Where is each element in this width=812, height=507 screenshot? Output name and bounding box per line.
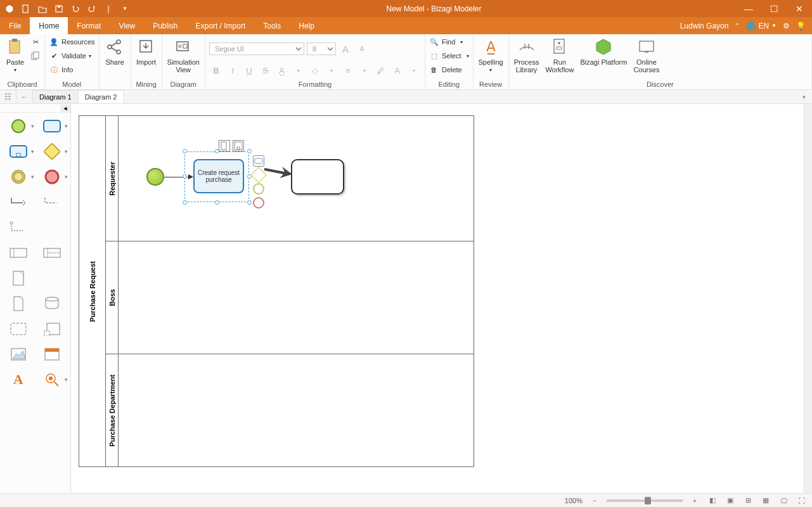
back-icon[interactable]: ← bbox=[16, 90, 33, 103]
palette-start-event[interactable]: ▾ bbox=[4, 117, 33, 136]
format-dropdown-icon[interactable]: ▾ bbox=[407, 63, 421, 77]
copy-button[interactable] bbox=[30, 49, 41, 62]
zoom-percent[interactable]: 100% bbox=[565, 497, 583, 504]
paste-button[interactable]: Paste ▾ bbox=[4, 35, 27, 74]
view-mode-2-icon[interactable]: ▣ bbox=[725, 495, 736, 506]
palette-text[interactable]: A bbox=[4, 370, 33, 389]
palette-data-store[interactable] bbox=[38, 294, 67, 313]
language-label[interactable]: EN bbox=[758, 22, 769, 30]
tab-tools[interactable]: Tools bbox=[254, 17, 290, 34]
palette-header[interactable] bbox=[38, 345, 67, 364]
highlight-button[interactable]: 🖉 bbox=[374, 63, 388, 77]
tabs-dropdown-icon[interactable]: ▾ bbox=[796, 90, 812, 103]
user-dropdown-icon[interactable]: ⌃ bbox=[735, 22, 740, 29]
palette-pool[interactable] bbox=[4, 243, 33, 262]
view-mode-4-icon[interactable]: ▦ bbox=[760, 495, 771, 506]
online-courses-button[interactable]: Online Courses bbox=[632, 35, 661, 75]
palette-subprocess[interactable]: ▾ bbox=[4, 142, 33, 161]
align-button[interactable]: ≡ bbox=[341, 63, 355, 77]
find-button[interactable]: 🔍Find▾ bbox=[429, 35, 469, 48]
tab-diagram-2[interactable]: Diagram 2 bbox=[79, 90, 124, 103]
find-dropdown-icon[interactable]: ▾ bbox=[460, 39, 463, 45]
tab-home[interactable]: Home bbox=[30, 17, 68, 34]
start-event[interactable] bbox=[146, 168, 164, 186]
lane-requester[interactable]: Requester Create request purchase bbox=[106, 116, 474, 241]
align-dropdown-icon[interactable]: ▾ bbox=[358, 63, 371, 77]
tab-diagram-1[interactable]: Diagram 1 bbox=[33, 90, 79, 103]
fullscreen-icon[interactable]: ⛶ bbox=[796, 495, 807, 506]
process-library-button[interactable]: Process Library bbox=[513, 35, 541, 75]
italic-button[interactable]: I bbox=[226, 63, 240, 77]
settings-icon[interactable]: ⚙ bbox=[783, 22, 790, 30]
palette-image[interactable] bbox=[4, 345, 33, 364]
open-icon[interactable] bbox=[35, 2, 49, 16]
palette-group[interactable] bbox=[4, 319, 33, 338]
decrease-font-button[interactable]: A bbox=[355, 42, 369, 56]
strike-button[interactable]: S bbox=[259, 63, 273, 77]
pie-subprocess-icon[interactable] bbox=[233, 140, 244, 151]
close-button[interactable]: ✕ bbox=[787, 0, 812, 17]
pool[interactable]: Purchase Request Requester Create reques… bbox=[79, 115, 474, 467]
view-mode-1-icon[interactable]: ◧ bbox=[707, 495, 718, 506]
pie-intermediate-icon[interactable] bbox=[253, 183, 264, 195]
spelling-button[interactable]: A̲ Spelling ▾ bbox=[477, 35, 505, 74]
pie-doc-icon[interactable] bbox=[219, 140, 230, 151]
underline-button[interactable]: U bbox=[242, 63, 256, 77]
palette-message-flow[interactable] bbox=[4, 218, 33, 237]
canvas[interactable]: Purchase Request Requester Create reques… bbox=[71, 104, 812, 493]
info-button[interactable]: ⓘInfo bbox=[49, 63, 95, 76]
user-name[interactable]: Ludwin Gayon bbox=[680, 22, 729, 30]
palette-association[interactable] bbox=[38, 193, 67, 212]
vertical-scrollbar[interactable] bbox=[803, 104, 812, 493]
diagram-tree-icon[interactable]: ☷ bbox=[0, 90, 16, 103]
fill-color-dropdown-icon[interactable]: ▾ bbox=[325, 63, 338, 77]
zoom-out-button[interactable]: − bbox=[589, 495, 600, 506]
tab-publish[interactable]: Publish bbox=[144, 17, 186, 34]
font-size-select[interactable]: 8 bbox=[307, 42, 336, 55]
maximize-button[interactable]: ☐ bbox=[761, 0, 787, 17]
tab-view[interactable]: View bbox=[110, 17, 144, 34]
palette-intermediate-event[interactable]: ▾ bbox=[4, 167, 33, 186]
share-button[interactable]: Share bbox=[103, 35, 126, 67]
palette-collapse-icon[interactable]: ◄ bbox=[60, 105, 70, 112]
font-select[interactable]: Segoe UI bbox=[209, 42, 304, 55]
fill-color-button[interactable]: ◇ bbox=[308, 63, 322, 77]
zoom-slider[interactable] bbox=[607, 499, 683, 502]
lang-dropdown-icon[interactable]: ▼ bbox=[771, 23, 777, 29]
app-icon[interactable] bbox=[3, 2, 16, 16]
font-color-button[interactable]: A̲ bbox=[275, 63, 289, 77]
palette-milestone[interactable] bbox=[4, 269, 33, 288]
tab-export-import[interactable]: Export / Import bbox=[187, 17, 255, 34]
lane-boss[interactable]: Boss bbox=[106, 241, 474, 354]
delete-button[interactable]: 🗑Delete bbox=[429, 63, 469, 76]
cut-button[interactable]: ✂ bbox=[30, 35, 41, 48]
qat-dropdown-icon[interactable]: ▼ bbox=[118, 2, 132, 16]
presentation-icon[interactable]: 🖵 bbox=[778, 495, 789, 506]
palette-task[interactable]: ▾ bbox=[38, 117, 67, 136]
pie-end-icon[interactable] bbox=[253, 197, 264, 209]
view-mode-3-icon[interactable]: ⊞ bbox=[742, 495, 754, 506]
validate-button[interactable]: ✔Validate▾ bbox=[49, 49, 95, 62]
import-button[interactable]: Import bbox=[135, 35, 158, 67]
task-new[interactable] bbox=[291, 159, 344, 195]
tab-help[interactable]: Help bbox=[290, 17, 323, 34]
palette-sequence-flow[interactable] bbox=[4, 193, 33, 212]
select-dropdown-icon[interactable]: ▾ bbox=[467, 53, 469, 59]
palette-data-object[interactable] bbox=[4, 294, 33, 313]
task-create-request[interactable]: Create request purchase bbox=[193, 159, 244, 193]
resources-button[interactable]: 👤Resources bbox=[49, 35, 95, 48]
new-icon[interactable] bbox=[19, 2, 33, 16]
bold-button[interactable]: B bbox=[209, 63, 223, 77]
simulation-view-button[interactable]: Simulation View bbox=[166, 35, 201, 75]
font-color-dropdown-icon[interactable]: ▾ bbox=[292, 63, 306, 77]
increase-font-button[interactable]: A bbox=[338, 42, 352, 56]
palette-lane[interactable] bbox=[38, 243, 67, 262]
more-format-button[interactable]: A bbox=[390, 63, 404, 77]
lane-purchase-dept[interactable]: Purchase Department bbox=[106, 354, 474, 466]
palette-gateway[interactable]: ▾ bbox=[38, 142, 67, 161]
bulb-icon[interactable]: 💡 bbox=[796, 22, 806, 30]
palette-annotation[interactable] bbox=[38, 319, 67, 338]
zoom-in-button[interactable]: + bbox=[689, 495, 700, 506]
undo-icon[interactable] bbox=[68, 2, 82, 16]
palette-end-event[interactable]: ▾ bbox=[38, 167, 67, 186]
